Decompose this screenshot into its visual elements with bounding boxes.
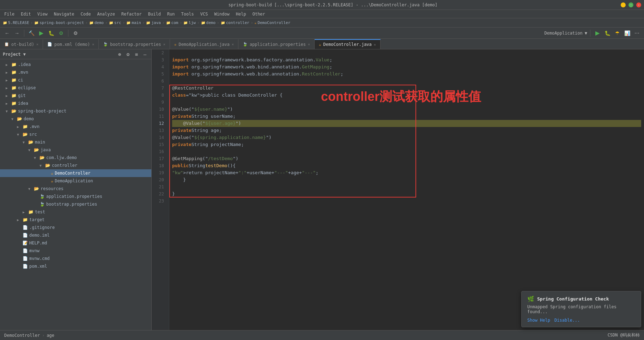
- tree-item-resources[interactable]: ▼📂resources: [0, 185, 151, 193]
- menu-item-help[interactable]: Help: [233, 11, 249, 17]
- tree-item-bootstrap-properties[interactable]: 🍃bootstrap.properties: [0, 200, 151, 208]
- tab-close-demoapplication-java[interactable]: ✕: [232, 42, 234, 46]
- run-main-button[interactable]: ▶: [593, 29, 602, 37]
- show-help-link[interactable]: Show Help: [527, 318, 550, 323]
- code-content[interactable]: import org.springframework.beans.factory…: [169, 49, 644, 330]
- debug-main-button[interactable]: 🐛: [603, 29, 612, 37]
- menu-item-run[interactable]: Run: [164, 11, 178, 17]
- tree-item-src[interactable]: ▼📂src: [0, 130, 151, 138]
- bottom-bc-sep: ›: [42, 333, 44, 338]
- tree-item-mvnw-cmd[interactable]: 📄mvnw.cmd: [0, 255, 151, 262]
- tab-close-application-properties[interactable]: ✕: [308, 42, 310, 46]
- tree-item-spring-boot-project[interactable]: ▼📂spring-boot-project: [0, 107, 151, 115]
- menu-item-window[interactable]: Window: [211, 11, 232, 17]
- tree-item--mvn[interactable]: ▶📁.mvn: [0, 123, 151, 130]
- tree-arrow-icon: ▼: [34, 156, 38, 160]
- menu-item-edit[interactable]: Edit: [18, 11, 34, 17]
- tree-item-git[interactable]: ▶📁git: [0, 92, 151, 99]
- tab-close-pom[interactable]: ✕: [92, 42, 94, 46]
- bc-item-springbootproject[interactable]: 📁spring-boot-project: [34, 20, 84, 25]
- tab-democontroller[interactable]: ☕DemoController.java✕: [315, 39, 381, 49]
- tree-item-idea[interactable]: ▶📁idea: [0, 99, 151, 107]
- run-config-button[interactable]: ⚙: [57, 29, 65, 37]
- debug-button[interactable]: 🐛: [47, 29, 55, 37]
- navigate-forward-button[interactable]: →: [13, 29, 21, 37]
- bc-item-5release[interactable]: 📁5.RELEASE: [3, 20, 29, 25]
- tab-bootstrap[interactable]: 🍃bootstrap.properties✕: [99, 39, 170, 49]
- tree-item-help-md[interactable]: 📝HELP.md: [0, 239, 151, 247]
- menu-item-code[interactable]: Code: [78, 11, 94, 17]
- tree-item-test[interactable]: ▶📁test: [0, 208, 151, 216]
- bc-item-ljw[interactable]: 📁ljw: [183, 20, 196, 25]
- tree-icon-folder: 📁: [23, 124, 28, 129]
- bc-folder-icon: 📁: [201, 21, 205, 25]
- tab-icon-build: 📋: [4, 42, 9, 47]
- tree-item-pom-xml[interactable]: 📄pom.xml: [0, 262, 151, 270]
- tab-build[interactable]: 📋ot-build)✕: [0, 39, 43, 49]
- menu-item-vcs[interactable]: VCS: [198, 11, 211, 17]
- minimize-button[interactable]: —: [621, 2, 626, 7]
- sidebar-gear-icon[interactable]: ⚙: [124, 51, 132, 58]
- menu-item-tools[interactable]: Tools: [178, 11, 197, 17]
- menu-item-build[interactable]: Build: [145, 11, 164, 17]
- menu-item-other[interactable]: Other: [250, 11, 268, 17]
- menu-item-refactor[interactable]: Refactor: [119, 11, 145, 17]
- bc-folder-icon: 📁: [34, 21, 38, 25]
- bc-item-demo[interactable]: 📁demo: [201, 20, 216, 25]
- run-button[interactable]: ▶: [37, 29, 45, 37]
- disable-link[interactable]: Disable...: [554, 318, 580, 323]
- tree-item-ci[interactable]: ▶📁ci: [0, 76, 151, 84]
- navigate-back-button[interactable]: ←: [3, 29, 11, 37]
- menu-item-view[interactable]: View: [35, 11, 50, 17]
- build-button[interactable]: 🔨: [27, 29, 36, 37]
- tab-application-properties[interactable]: 🍃application.properties✕: [238, 39, 315, 49]
- tree-item-target[interactable]: ▶📁target: [0, 216, 151, 224]
- sidebar-locate-icon[interactable]: ⊕: [116, 51, 123, 58]
- more-button[interactable]: ⋯: [633, 29, 641, 37]
- tree-item-main[interactable]: ▼📂main: [0, 138, 151, 146]
- tree-item--mvn[interactable]: ▶📁.mvn: [0, 68, 151, 76]
- close-button[interactable]: ✕: [636, 2, 641, 7]
- tree-item--gitignore[interactable]: 📄.gitignore: [0, 224, 151, 231]
- sidebar-close-icon[interactable]: —: [141, 51, 148, 58]
- menu-item-navigate[interactable]: Navigate: [51, 11, 77, 17]
- line-num-22: 22: [152, 190, 166, 198]
- bc-label: ljw: [189, 20, 196, 25]
- tree-item-com-ljw-demo[interactable]: ▼📂com.ljw.demo: [0, 154, 151, 162]
- tree-label: main: [35, 140, 151, 145]
- code-line-22: }: [172, 190, 641, 198]
- tree-item-demo-iml[interactable]: 📄demo.iml: [0, 231, 151, 239]
- bc-item-java[interactable]: 📁java: [146, 20, 161, 25]
- tab-close-bootstrap[interactable]: ✕: [163, 42, 165, 46]
- tree-item-java[interactable]: ▼📂java: [0, 146, 151, 154]
- tree-item-eclipse[interactable]: ▶📁eclipse: [0, 84, 151, 92]
- bc-item-main[interactable]: 📁main: [126, 20, 141, 25]
- tree-item-mvnw[interactable]: 📄mvnw: [0, 247, 151, 255]
- maximize-button[interactable]: □: [628, 2, 633, 7]
- run-config-selector[interactable]: DemoApplication ▼: [544, 31, 587, 36]
- tree-item-democontroller[interactable]: ☕DemoController: [0, 169, 151, 177]
- bc-item-src[interactable]: 📁src: [109, 20, 121, 25]
- tree-item-controller[interactable]: ▼📂controller: [0, 162, 151, 169]
- coverage-button[interactable]: ☂: [613, 29, 621, 37]
- code-line-19: "kw">return projectName+":"+userName+"--…: [172, 169, 641, 176]
- tree-item-demoapplication[interactable]: ☕DemoApplication: [0, 177, 151, 185]
- bc-item-controller[interactable]: 📁controller: [221, 20, 249, 25]
- tree-icon-folder: 📁: [11, 101, 17, 106]
- tab-pom[interactable]: 📄pom.xml (demo)✕: [43, 39, 99, 49]
- editor-area[interactable]: controller测试获取的属性值 234567891011121314151…: [152, 49, 644, 330]
- menu-item-file[interactable]: File: [1, 11, 17, 17]
- profile-button[interactable]: 📊: [623, 29, 631, 37]
- tree-item--idea[interactable]: ▶📁.idea: [0, 61, 151, 68]
- tab-close-build[interactable]: ✕: [36, 42, 38, 46]
- tab-close-democontroller[interactable]: ✕: [374, 43, 376, 47]
- tab-demoapplication-java[interactable]: ☕DemoApplication.java✕: [170, 39, 238, 49]
- sidebar-settings-icon[interactable]: ≡: [133, 51, 140, 58]
- tree-item-demo[interactable]: ▼📂demo: [0, 115, 151, 123]
- tree-label: src: [29, 132, 151, 137]
- tree-item-application-properties[interactable]: 🍃application.properties: [0, 193, 151, 200]
- menu-item-analyze[interactable]: Analyze: [94, 11, 118, 17]
- settings-button[interactable]: ⚙: [71, 29, 80, 37]
- bc-item-com[interactable]: 📁com: [166, 20, 178, 25]
- bc-item-demo[interactable]: 📁demo: [89, 20, 104, 25]
